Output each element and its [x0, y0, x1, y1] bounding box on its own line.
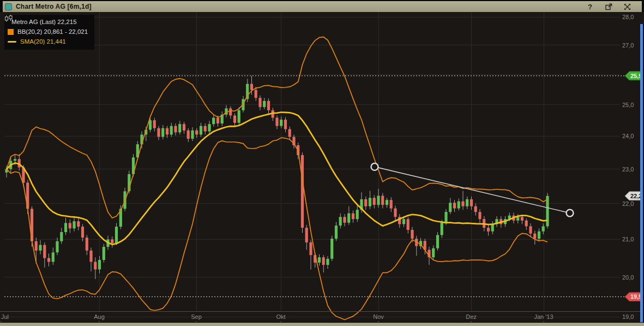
- candle-body: [64, 223, 67, 232]
- candle-body: [322, 257, 325, 265]
- x-axis-labels[interactable]: JulAugSepOktNovDezJan '13: [1, 313, 553, 322]
- sma-swatch-icon: [8, 41, 16, 43]
- month-label: Dez: [466, 313, 477, 320]
- candle-body: [339, 217, 342, 226]
- candle-body: [212, 118, 215, 125]
- candle-body: [56, 241, 58, 252]
- candle-body: [381, 196, 384, 205]
- candle-body: [453, 203, 456, 208]
- candle-body: [157, 128, 160, 137]
- candle-body: [81, 227, 84, 238]
- trendline-handle-start[interactable]: [371, 163, 378, 170]
- candle-body: [305, 228, 308, 242]
- candlestick-series[interactable]: [5, 76, 549, 279]
- candle-body: [390, 200, 393, 209]
- candle-body: [373, 198, 376, 205]
- candle-body: [69, 223, 71, 228]
- candle-body: [525, 221, 528, 227]
- candle-body: [487, 228, 490, 232]
- candle-body: [191, 131, 194, 139]
- candle-body: [478, 212, 481, 219]
- candle-body: [542, 226, 545, 231]
- price-label: 28,0: [622, 14, 634, 20]
- candle-body: [301, 155, 304, 228]
- candle-body: [386, 200, 388, 205]
- price-label: 23,0: [622, 166, 634, 173]
- candle-body: [449, 203, 452, 212]
- trendline-handle-end[interactable]: [567, 210, 574, 217]
- candle-body: [204, 126, 207, 132]
- candle-body: [529, 226, 532, 233]
- candle-body: [411, 230, 413, 239]
- candle-body: [267, 101, 270, 110]
- candle-body: [77, 221, 80, 227]
- sma-line: [7, 112, 547, 245]
- month-label: Jan '13: [534, 313, 553, 320]
- candle-body: [335, 226, 338, 239]
- candle-body: [538, 232, 540, 239]
- candle-body: [161, 128, 164, 137]
- candle-body: [238, 110, 240, 123]
- candle-body: [229, 108, 232, 115]
- maximize-icon[interactable]: [623, 3, 631, 10]
- candle-body: [377, 196, 380, 205]
- candle-body: [364, 199, 367, 206]
- candle-body: [255, 90, 257, 98]
- candle-body: [402, 219, 405, 224]
- candle-body: [195, 131, 198, 135]
- window-bottom-edge: [0, 322, 644, 326]
- price-chart[interactable]: JulAugSepOktNovDezJan '1328,027,025,024,…: [0, 12, 644, 322]
- month-label: Sep: [191, 313, 202, 320]
- candle-body: [153, 120, 156, 128]
- candle-body: [178, 124, 181, 132]
- candle-body: [183, 124, 185, 131]
- candle-body: [352, 214, 354, 220]
- titlebar[interactable]: Chart Metro AG [6m,1d] ?: [0, 0, 644, 12]
- legend-item-sma[interactable]: SMA(20) 21,441: [8, 37, 88, 46]
- candle-body: [461, 201, 464, 206]
- chart-window-icon: [5, 3, 12, 10]
- candle-body: [174, 126, 177, 133]
- candle-body: [474, 206, 477, 212]
- candle-body: [407, 219, 410, 230]
- popout-icon[interactable]: [605, 3, 612, 10]
- candle-body: [369, 198, 371, 206]
- candle-body: [516, 217, 519, 221]
- candle-body: [94, 262, 97, 270]
- candle-body: [521, 217, 523, 221]
- candle-body: [14, 159, 16, 161]
- candle-body: [491, 224, 494, 231]
- help-button[interactable]: ?: [586, 3, 594, 10]
- candle-body: [394, 209, 396, 217]
- candle-body: [208, 124, 210, 131]
- candle-body: [546, 196, 549, 227]
- chart-legend: Metro AG (Last) 22,215 BB(20,2) 20,861 -…: [4, 15, 94, 50]
- candle-body: [258, 98, 261, 107]
- candle-body: [98, 260, 101, 269]
- candle-body: [326, 259, 329, 265]
- legend-item-label: BB(20,2) 20,861 - 22,021: [17, 28, 88, 35]
- legend-item-instrument[interactable]: Metro AG (Last) 22,215: [8, 17, 88, 27]
- price-label: 21,0: [622, 236, 634, 242]
- legend-item-bb[interactable]: BB(20,2) 20,861 - 22,021: [8, 27, 88, 37]
- y-axis-labels[interactable]: 28,027,025,024,023,022,021,020,019,0: [622, 14, 634, 320]
- candle-body: [47, 258, 50, 262]
- price-label: 20,0: [622, 274, 634, 281]
- month-label: Okt: [276, 313, 285, 320]
- chart-window: Chart Metro AG [6m,1d] ? JulAugSepOktNov…: [0, 0, 644, 326]
- candle-body: [441, 223, 443, 235]
- window-title: Chart Metro AG [6m,1d]: [16, 3, 92, 10]
- candle-body: [432, 248, 435, 258]
- candle-body: [356, 210, 359, 219]
- candle-body: [216, 118, 219, 123]
- titlebar-buttons: ?: [586, 3, 631, 10]
- legend-item-label: Metro AG (Last) 22,215: [11, 19, 77, 25]
- price-label: 25,0: [622, 102, 634, 108]
- candle-body: [170, 126, 173, 135]
- price-label: 22,0: [622, 200, 634, 207]
- chart-canvas[interactable]: JulAugSepOktNovDezJan '1328,027,025,024,…: [0, 12, 644, 322]
- candle-body: [35, 241, 38, 251]
- candle-body: [284, 120, 287, 129]
- candle-body: [533, 234, 536, 239]
- candle-body: [115, 227, 118, 243]
